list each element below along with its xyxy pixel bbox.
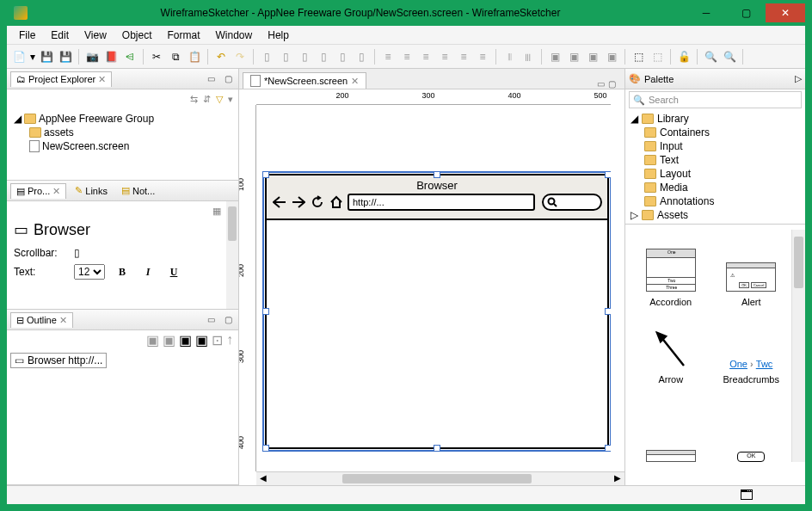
menu-icon[interactable]: ▾ [228,94,233,105]
resize-handle[interactable] [605,171,611,178]
ungroup-icon[interactable]: ⬚ [649,48,666,65]
align-3-icon[interactable]: ▯ [296,48,313,65]
align-6-icon[interactable]: ▯ [353,48,370,65]
save-all-icon[interactable]: 💾 [57,48,74,65]
scroll-left-icon[interactable]: ◀ [260,473,267,483]
palette-cat-containers[interactable]: Containers [643,126,802,139]
palette-tree[interactable]: ◢ Library Containers Input Text Layout M… [625,110,805,224]
resize-handle[interactable] [262,308,269,315]
outline-btn-1[interactable]: ▣ [146,332,159,348]
align-right-icon[interactable]: ≡ [417,48,434,65]
palette-scrollbar[interactable] [791,230,805,462]
order-4-icon[interactable]: ▣ [603,48,620,65]
minimize-button[interactable]: ─ [686,3,726,22]
zoom-out-icon[interactable]: 🔍 [721,48,738,65]
text-size-select[interactable]: 12 [74,264,105,280]
align-top-icon[interactable]: ≡ [436,48,453,65]
outline-btn-6[interactable]: ↑ [226,332,233,348]
menu-window[interactable]: Window [209,28,260,43]
align-mid-icon[interactable]: ≡ [455,48,472,65]
editor-canvas-area[interactable]: 200 300 400 500 100 200 300 400 Browser [239,89,624,485]
outline-tab[interactable]: ⊟ Outline ✕ [10,312,73,328]
properties-tab[interactable]: ▤ Pro... ✕ [10,183,66,199]
resize-handle[interactable] [605,308,611,315]
menu-edit[interactable]: Edit [44,28,76,43]
menu-format[interactable]: Format [161,28,207,43]
palette-item-arrow[interactable]: Arrow [631,307,711,385]
group-icon[interactable]: ⬚ [630,48,647,65]
properties-scrollbar[interactable] [226,201,238,309]
link-icon[interactable]: ⇵ [203,94,211,105]
align-bot-icon[interactable]: ≡ [474,48,491,65]
palette-item-accordion[interactable]: One Two Three Accordion [631,230,711,307]
outline-btn-5[interactable]: ⊡ [212,332,223,348]
close-icon[interactable]: ✕ [52,186,60,197]
project-explorer-tab[interactable]: 🗂 Project Explorer ✕ [10,71,112,87]
resize-handle[interactable] [262,445,269,452]
palette-library[interactable]: ◢ Library [629,112,802,126]
collapse-icon[interactable]: ⇆ [190,94,198,105]
order-3-icon[interactable]: ▣ [584,48,601,65]
minimize-panel-icon[interactable]: ▭ [204,72,218,86]
pdf-icon[interactable]: 📕 [102,48,120,65]
camera-icon[interactable]: 📷 [83,48,101,65]
maximize-button[interactable]: ▢ [726,3,766,22]
palette-cat-annotations[interactable]: Annotations [643,194,802,208]
share-icon[interactable]: ⩤ [121,48,138,65]
order-1-icon[interactable]: ▣ [546,48,563,65]
links-tab[interactable]: ✎ Links [70,183,113,198]
scrollbar-toggle-icon[interactable]: ▯ [74,247,80,259]
minimize-panel-icon[interactable]: ▭ [204,313,218,327]
palette-cat-input[interactable]: Input [643,139,802,153]
tree-item-assets[interactable]: assets [26,126,235,139]
resize-handle[interactable] [262,171,269,178]
close-button[interactable]: ✕ [766,3,805,22]
cut-icon[interactable]: ✂ [148,48,165,65]
save-icon[interactable]: 💾 [38,48,55,65]
collapse-arrow-icon[interactable]: ◢ [631,113,638,125]
bold-button[interactable]: B [114,266,131,279]
horizontal-scrollbar[interactable]: ◀ ▶ [256,471,624,485]
collapse-arrow-icon[interactable]: ◢ [14,113,22,125]
italic-button[interactable]: I [139,266,157,279]
browser-widget[interactable]: Browser http://... [265,174,609,449]
notes-tab[interactable]: ▤ Not... [116,183,160,198]
align-center-icon[interactable]: ≡ [398,48,415,65]
close-icon[interactable]: ✕ [98,74,106,85]
align-1-icon[interactable]: ▯ [258,48,275,65]
order-2-icon[interactable]: ▣ [565,48,582,65]
menu-help[interactable]: Help [261,28,296,43]
resize-handle[interactable] [605,445,611,452]
align-left-icon[interactable]: ≡ [379,48,397,65]
project-tree[interactable]: ◢ AppNee Freeware Group assets New [10,112,235,153]
scroll-right-icon[interactable]: ▶ [614,473,621,483]
tree-root[interactable]: ◢ AppNee Freeware Group [10,112,235,126]
expand-arrow-icon[interactable]: ▷ [631,209,638,221]
resize-handle[interactable] [434,171,440,178]
filter-icon[interactable]: ▽ [216,94,223,105]
palette-item-alert[interactable]: ⚠ OKCancel Alert [711,230,792,307]
palette-cat-media[interactable]: Media [643,181,802,194]
maximize-editor-icon[interactable]: ▢ [608,79,616,89]
editor-tab-newscreen[interactable]: *NewScreen.screen ✕ [243,72,366,89]
palette-item-partial[interactable] [631,385,711,462]
menu-file[interactable]: File [12,28,42,43]
collapse-palette-icon[interactable]: ▷ [795,73,802,84]
palette-item-partial-2[interactable]: OK [711,385,792,462]
copy-icon[interactable]: ⧉ [167,48,184,65]
scrollbar-thumb[interactable] [342,474,532,483]
outline-btn-3[interactable]: ▣ [179,332,192,348]
perspective-icon[interactable]: 🗔 [740,488,754,503]
new-prop-icon[interactable]: ▦ [212,206,221,217]
align-4-icon[interactable]: ▯ [315,48,332,65]
maximize-panel-icon[interactable]: ▢ [221,313,235,327]
menu-view[interactable]: View [77,28,114,43]
align-5-icon[interactable]: ▯ [334,48,351,65]
undo-icon[interactable]: ↶ [212,48,230,65]
underline-button[interactable]: U [165,266,182,279]
new-icon[interactable]: 📄 [10,48,28,65]
palette-assets[interactable]: ▷ Assets [629,208,802,222]
tree-item-screen[interactable]: NewScreen.screen [26,139,235,153]
zoom-in-icon[interactable]: 🔍 [702,48,719,65]
dropdown-icon[interactable]: ▾ [29,48,36,65]
